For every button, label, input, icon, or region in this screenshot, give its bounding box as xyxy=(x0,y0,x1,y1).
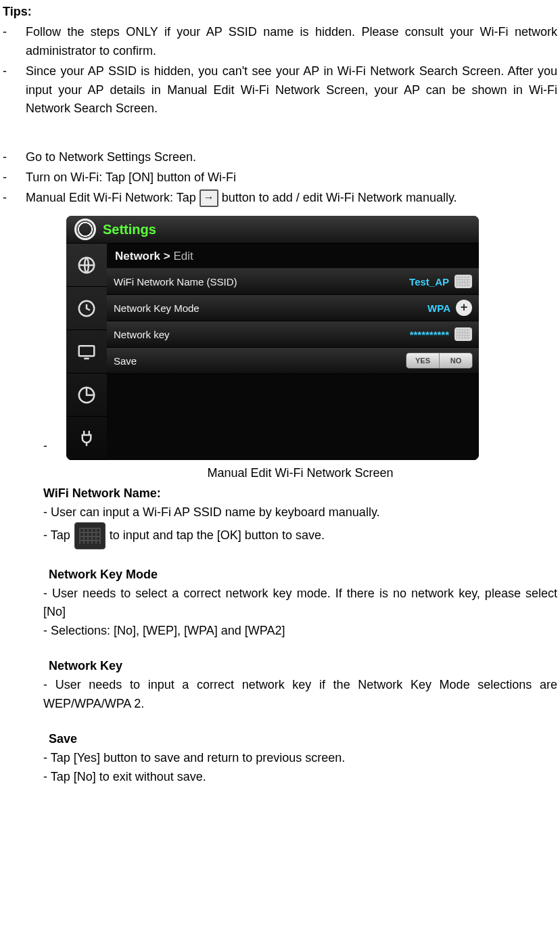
figure-dash: - xyxy=(43,437,66,460)
key-label: Network key xyxy=(114,327,410,342)
sidebar-item-network[interactable] xyxy=(66,244,107,287)
tips-item: Since your AP SSID is hidden, you can't … xyxy=(3,62,557,119)
breadcrumb-sub: Edit xyxy=(173,250,193,262)
keyboard-icon[interactable] xyxy=(454,275,472,288)
key-mode-heading: Network Key Mode xyxy=(3,566,557,585)
mode-label: Network Key Mode xyxy=(114,300,427,316)
wifi-name-heading: WiFi Network Name: xyxy=(3,484,557,503)
ssid-value: Test_AP xyxy=(409,274,449,290)
keyboard-icon xyxy=(74,522,106,549)
row-key[interactable]: Network key ********** xyxy=(107,321,479,348)
network-key-heading: Network Key xyxy=(3,657,557,676)
arrow-icon xyxy=(200,189,218,207)
figure-caption: Manual Edit Wi-Fi Network Screen xyxy=(3,464,557,483)
device-header: Settings xyxy=(66,216,479,244)
step-item-manual: Manual Edit Wi-Fi Network: Tap button to… xyxy=(3,189,557,208)
row-save: Save YES NO xyxy=(107,348,479,374)
pie-icon xyxy=(76,385,97,405)
network-key-line1: - User needs to input a correct network … xyxy=(3,676,557,714)
tap-prefix: - Tap xyxy=(43,526,70,545)
clock-icon xyxy=(76,298,97,319)
tap-suffix: to input and tap the [OK] button to save… xyxy=(110,526,325,545)
step-manual-suffix: button to add / edit Wi-Fi Network manua… xyxy=(222,191,457,204)
step-item: Go to Network Settings Screen. xyxy=(3,148,557,167)
key-value: ********** xyxy=(410,327,449,342)
step-item: Turn on Wi-Fi: Tap [ON] button of Wi-Fi xyxy=(3,168,557,187)
yes-no-toggle: YES NO xyxy=(406,353,472,368)
device-screenshot: Settings xyxy=(66,216,479,460)
row-ssid[interactable]: WiFi Network Name (SSID) Test_AP xyxy=(107,269,479,295)
globe-icon xyxy=(76,255,97,275)
save-label: Save xyxy=(114,353,406,369)
save-heading: Save xyxy=(3,730,557,749)
step-manual-prefix: Manual Edit Wi-Fi Network: Tap xyxy=(26,191,200,204)
no-button[interactable]: NO xyxy=(439,353,472,368)
breadcrumb: Network > Edit xyxy=(107,244,479,269)
save-line2: - Tap [No] to exit without save. xyxy=(3,768,557,787)
keyboard-icon[interactable] xyxy=(454,327,472,341)
svg-rect-2 xyxy=(79,346,95,356)
steps-list: Go to Network Settings Screen. Turn on W… xyxy=(3,148,557,208)
save-line1: - Tap [Yes] button to save and return to… xyxy=(3,749,557,768)
gear-icon xyxy=(74,219,96,240)
sidebar-item-time[interactable] xyxy=(66,287,107,330)
breadcrumb-main: Network > xyxy=(115,250,173,262)
settings-title: Settings xyxy=(103,219,156,240)
wifi-name-tap-line: - Tap to input and tap the [OK] button t… xyxy=(3,522,557,549)
mode-value: WPA xyxy=(427,300,450,316)
tips-list: Follow the steps ONLY if your AP SSID na… xyxy=(3,23,557,118)
ssid-label: WiFi Network Name (SSID) xyxy=(114,274,409,290)
plus-icon[interactable]: + xyxy=(456,300,472,316)
sidebar-item-chart[interactable] xyxy=(66,373,107,417)
monitor-icon xyxy=(76,342,97,362)
sidebar-item-power[interactable] xyxy=(66,417,107,460)
key-mode-line1: - User needs to select a correct network… xyxy=(3,585,557,622)
key-mode-line2: - Selections: [No], [WEP], [WPA] and [WP… xyxy=(3,622,557,641)
row-mode[interactable]: Network Key Mode WPA + xyxy=(107,295,479,321)
plug-icon xyxy=(76,428,97,449)
tips-item: Follow the steps ONLY if your AP SSID na… xyxy=(3,23,557,61)
sidebar xyxy=(66,244,107,460)
sidebar-item-display[interactable] xyxy=(66,330,107,373)
wifi-name-line1: - User can input a Wi-Fi AP SSID name by… xyxy=(3,503,557,522)
yes-button[interactable]: YES xyxy=(406,353,439,368)
tips-heading: Tips: xyxy=(3,3,557,22)
device-content: Network > Edit WiFi Network Name (SSID) … xyxy=(107,244,479,460)
